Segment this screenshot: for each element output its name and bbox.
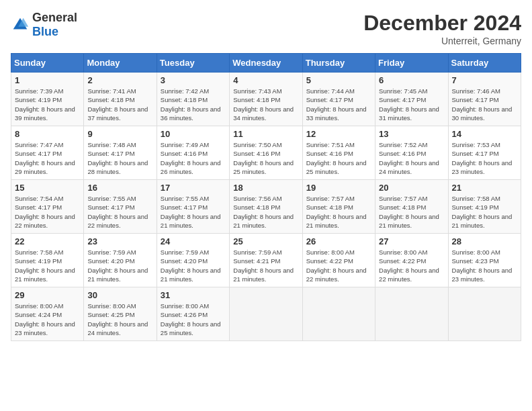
calendar-cell: 23 Sunrise: 7:59 AM Sunset: 4:20 PM Dayl… (84, 234, 157, 287)
day-number: 23 (87, 236, 152, 246)
calendar-table: SundayMondayTuesdayWednesdayThursdayFrid… (11, 53, 521, 341)
calendar-cell: 2 Sunrise: 7:41 AM Sunset: 4:18 PM Dayli… (84, 73, 157, 126)
title-area: December 2024 Unterreit, Germany (363, 11, 521, 46)
calendar-week-1: 1 Sunrise: 7:39 AM Sunset: 4:19 PM Dayli… (11, 73, 521, 126)
cell-content: Sunrise: 7:47 AM Sunset: 4:17 PM Dayligh… (15, 141, 75, 175)
cell-content: Sunrise: 7:48 AM Sunset: 4:17 PM Dayligh… (87, 141, 148, 175)
day-number: 13 (379, 129, 444, 139)
day-number: 28 (452, 236, 517, 246)
day-number: 11 (233, 129, 298, 139)
header-day-sunday: Sunday (11, 54, 84, 73)
month-title: December 2024 (363, 11, 521, 36)
day-number: 3 (161, 75, 226, 85)
calendar-cell: 5 Sunrise: 7:44 AM Sunset: 4:17 PM Dayli… (302, 73, 375, 126)
cell-content: Sunrise: 7:42 AM Sunset: 4:18 PM Dayligh… (161, 87, 221, 122)
day-number: 19 (306, 183, 371, 193)
calendar-week-4: 22 Sunrise: 7:58 AM Sunset: 4:19 PM Dayl… (11, 234, 521, 287)
day-number: 18 (233, 183, 298, 193)
cell-content: Sunrise: 8:00 AM Sunset: 4:24 PM Dayligh… (15, 302, 75, 336)
cell-content: Sunrise: 7:39 AM Sunset: 4:19 PM Dayligh… (15, 87, 75, 122)
logo-general: General (32, 11, 77, 24)
day-number: 15 (15, 183, 80, 193)
calendar-cell: 27 Sunrise: 8:00 AM Sunset: 4:22 PM Dayl… (375, 234, 448, 287)
cell-content: Sunrise: 7:59 AM Sunset: 4:20 PM Dayligh… (161, 248, 221, 283)
calendar-cell: 17 Sunrise: 7:55 AM Sunset: 4:17 PM Dayl… (157, 180, 229, 234)
header-day-wednesday: Wednesday (230, 54, 302, 73)
cell-content: Sunrise: 7:53 AM Sunset: 4:17 PM Dayligh… (452, 141, 513, 175)
calendar-cell: 4 Sunrise: 7:43 AM Sunset: 4:18 PM Dayli… (230, 73, 302, 126)
cell-content: Sunrise: 7:56 AM Sunset: 4:18 PM Dayligh… (233, 195, 294, 229)
day-number: 8 (15, 129, 80, 139)
calendar-cell: 24 Sunrise: 7:59 AM Sunset: 4:20 PM Dayl… (157, 234, 229, 287)
day-number: 2 (87, 75, 152, 85)
day-number: 29 (15, 290, 80, 300)
logo-icon (11, 15, 30, 34)
header-day-saturday: Saturday (448, 54, 521, 73)
calendar-cell: 7 Sunrise: 7:46 AM Sunset: 4:17 PM Dayli… (448, 73, 521, 126)
calendar-cell: 25 Sunrise: 7:59 AM Sunset: 4:21 PM Dayl… (230, 234, 302, 287)
calendar-cell: 10 Sunrise: 7:49 AM Sunset: 4:16 PM Dayl… (157, 126, 229, 180)
day-number: 24 (161, 236, 226, 246)
day-number: 16 (87, 183, 152, 193)
header-row: SundayMondayTuesdayWednesdayThursdayFrid… (11, 54, 521, 73)
cell-content: Sunrise: 7:55 AM Sunset: 4:17 PM Dayligh… (87, 195, 148, 229)
cell-content: Sunrise: 7:44 AM Sunset: 4:17 PM Dayligh… (306, 87, 367, 122)
calendar-cell: 3 Sunrise: 7:42 AM Sunset: 4:18 PM Dayli… (157, 73, 229, 126)
cell-content: Sunrise: 7:45 AM Sunset: 4:17 PM Dayligh… (379, 87, 439, 122)
calendar-cell: 19 Sunrise: 7:57 AM Sunset: 4:18 PM Dayl… (302, 180, 375, 234)
cell-content: Sunrise: 7:59 AM Sunset: 4:21 PM Dayligh… (233, 248, 294, 283)
day-number: 27 (379, 236, 444, 246)
calendar-cell: 9 Sunrise: 7:48 AM Sunset: 4:17 PM Dayli… (84, 126, 157, 180)
calendar-cell: 12 Sunrise: 7:51 AM Sunset: 4:16 PM Dayl… (302, 126, 375, 180)
cell-content: Sunrise: 8:00 AM Sunset: 4:22 PM Dayligh… (306, 248, 367, 283)
calendar-cell (230, 287, 302, 341)
calendar-cell: 30 Sunrise: 8:00 AM Sunset: 4:25 PM Dayl… (84, 287, 157, 341)
calendar-cell: 20 Sunrise: 7:57 AM Sunset: 4:18 PM Dayl… (375, 180, 448, 234)
header: General Blue December 2024 Unterreit, Ge… (11, 11, 521, 46)
header-day-tuesday: Tuesday (157, 54, 229, 73)
header-day-monday: Monday (84, 54, 157, 73)
cell-content: Sunrise: 8:00 AM Sunset: 4:22 PM Dayligh… (379, 248, 439, 283)
day-number: 26 (306, 236, 371, 246)
cell-content: Sunrise: 7:54 AM Sunset: 4:17 PM Dayligh… (15, 195, 75, 229)
calendar-cell (448, 287, 521, 341)
cell-content: Sunrise: 7:52 AM Sunset: 4:16 PM Dayligh… (379, 141, 439, 175)
calendar-week-3: 15 Sunrise: 7:54 AM Sunset: 4:17 PM Dayl… (11, 180, 521, 234)
logo-text: General Blue (32, 11, 77, 39)
day-number: 10 (161, 129, 226, 139)
calendar-week-5: 29 Sunrise: 8:00 AM Sunset: 4:24 PM Dayl… (11, 287, 521, 341)
cell-content: Sunrise: 8:00 AM Sunset: 4:26 PM Dayligh… (161, 302, 221, 336)
day-number: 5 (306, 75, 371, 85)
day-number: 6 (379, 75, 444, 85)
cell-content: Sunrise: 7:55 AM Sunset: 4:17 PM Dayligh… (161, 195, 221, 229)
header-day-friday: Friday (375, 54, 448, 73)
cell-content: Sunrise: 7:46 AM Sunset: 4:17 PM Dayligh… (452, 87, 513, 122)
calendar-cell: 6 Sunrise: 7:45 AM Sunset: 4:17 PM Dayli… (375, 73, 448, 126)
day-number: 30 (87, 290, 152, 300)
calendar-cell: 1 Sunrise: 7:39 AM Sunset: 4:19 PM Dayli… (11, 73, 84, 126)
calendar-cell: 26 Sunrise: 8:00 AM Sunset: 4:22 PM Dayl… (302, 234, 375, 287)
day-number: 14 (452, 129, 517, 139)
calendar-cell: 22 Sunrise: 7:58 AM Sunset: 4:19 PM Dayl… (11, 234, 84, 287)
cell-content: Sunrise: 7:57 AM Sunset: 4:18 PM Dayligh… (306, 195, 367, 229)
calendar-cell: 31 Sunrise: 8:00 AM Sunset: 4:26 PM Dayl… (157, 287, 229, 341)
calendar-cell (375, 287, 448, 341)
day-number: 4 (233, 75, 298, 85)
calendar-cell: 11 Sunrise: 7:50 AM Sunset: 4:16 PM Dayl… (230, 126, 302, 180)
day-number: 9 (87, 129, 152, 139)
cell-content: Sunrise: 7:43 AM Sunset: 4:18 PM Dayligh… (233, 87, 294, 122)
calendar-cell: 15 Sunrise: 7:54 AM Sunset: 4:17 PM Dayl… (11, 180, 84, 234)
cell-content: Sunrise: 7:57 AM Sunset: 4:18 PM Dayligh… (379, 195, 439, 229)
day-number: 7 (452, 75, 517, 85)
cell-content: Sunrise: 7:59 AM Sunset: 4:20 PM Dayligh… (87, 248, 148, 283)
calendar-cell (302, 287, 375, 341)
day-number: 20 (379, 183, 444, 193)
day-number: 21 (452, 183, 517, 193)
cell-content: Sunrise: 8:00 AM Sunset: 4:25 PM Dayligh… (87, 302, 148, 336)
calendar-cell: 28 Sunrise: 8:00 AM Sunset: 4:23 PM Dayl… (448, 234, 521, 287)
calendar-cell: 29 Sunrise: 8:00 AM Sunset: 4:24 PM Dayl… (11, 287, 84, 341)
day-number: 17 (161, 183, 226, 193)
calendar-cell: 13 Sunrise: 7:52 AM Sunset: 4:16 PM Dayl… (375, 126, 448, 180)
cell-content: Sunrise: 7:49 AM Sunset: 4:16 PM Dayligh… (161, 141, 221, 175)
calendar-cell: 16 Sunrise: 7:55 AM Sunset: 4:17 PM Dayl… (84, 180, 157, 234)
